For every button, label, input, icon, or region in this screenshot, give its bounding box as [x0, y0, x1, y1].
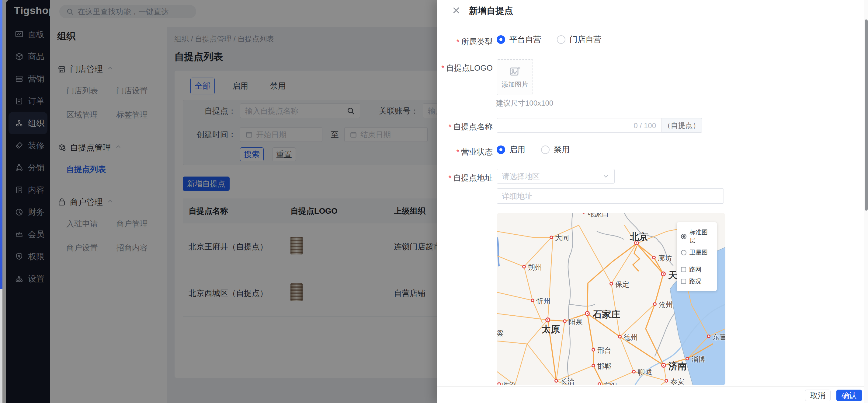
detail-address-input[interactable]: 详细地址 [497, 189, 724, 204]
upload-hint: 建议尺寸100x100 [496, 98, 553, 108]
city-marker-icon [531, 298, 534, 302]
close-icon [452, 6, 461, 15]
radio-icon [557, 35, 565, 44]
checkbox-icon [681, 279, 686, 284]
drawer-scrollbar [864, 0, 868, 403]
city-marker-icon [563, 319, 567, 323]
overlay-label: 路况 [689, 277, 701, 286]
city-marker-icon [554, 379, 558, 383]
char-counter: 0 / 100 [634, 121, 656, 130]
address-label: *自提点地址 [414, 173, 493, 183]
city-marker-icon [652, 256, 656, 259]
drawer-footer: 取消 确认 [437, 386, 864, 403]
city-marker-icon [592, 348, 595, 351]
modal-mask[interactable] [2, 0, 437, 403]
checkbox-icon [681, 267, 686, 272]
overlay-label: 路网 [689, 265, 701, 274]
desktop-wallpaper [0, 0, 2, 289]
map-layer-panel: 标准图层卫星图 路网路况 [677, 222, 717, 291]
city-marker-icon [707, 335, 710, 338]
logo-label: *自提点LOGO [414, 63, 493, 74]
drawer-title: 新增自提点 [469, 5, 513, 17]
map-city-大同: 大同 [555, 233, 569, 242]
overlay-option-路网[interactable]: 路网 [680, 264, 713, 276]
map-city-安阳: 安阳 [603, 381, 617, 385]
city-marker-icon [661, 363, 666, 368]
map-city-泰安: 泰安 [670, 377, 684, 385]
map-city-邢台: 邢台 [597, 346, 611, 355]
city-marker-icon [497, 382, 501, 385]
map-city-北京: 北京 [630, 231, 648, 243]
cancel-button[interactable]: 取消 [805, 390, 831, 401]
city-marker-icon [550, 236, 553, 239]
radio-label: 禁用 [554, 144, 570, 155]
city-marker-icon [610, 282, 613, 286]
radio-type-平台自营[interactable]: 平台自营 [497, 34, 541, 45]
radio-label: 门店自营 [570, 34, 601, 45]
city-marker-icon [653, 302, 657, 306]
close-button[interactable] [451, 5, 462, 16]
layer-option-标准图层[interactable]: 标准图层 [680, 227, 713, 247]
radio-icon [681, 250, 686, 255]
map-city-梁: 梁 [497, 329, 504, 338]
map-canvas[interactable]: 张家口大同北京朔州忻州保定廊坊天津沧州石家庄阳泉太原梁德州东营邢台淄博邯郸济南聊… [497, 213, 725, 385]
status-radio-group: 启用禁用 [497, 144, 585, 155]
map-city-德州: 德州 [624, 333, 638, 342]
city-marker-icon [632, 370, 636, 373]
radio-label: 启用 [509, 144, 525, 155]
radio-icon [497, 35, 505, 44]
city-marker-icon [592, 364, 595, 367]
city-marker-icon [618, 335, 622, 339]
map-city-阳泉: 阳泉 [569, 317, 583, 326]
name-field: 0 / 100 （自提点） [497, 118, 702, 133]
status-label: *营业状态 [414, 147, 493, 157]
map-city-长治: 长治 [560, 377, 574, 385]
chevron-down-icon [602, 173, 610, 180]
map-city-聊城: 聊城 [638, 368, 652, 377]
name-suffix-addon: （自提点） [662, 118, 702, 133]
layer-option-卫星图[interactable]: 卫星图 [680, 247, 713, 258]
city-marker-icon [664, 379, 668, 383]
type-label: *所属类型 [414, 36, 493, 47]
map-city-临汾: 临汾 [502, 380, 516, 385]
city-marker-icon [661, 271, 666, 277]
overlay-option-路况[interactable]: 路况 [680, 276, 713, 287]
type-radio-group: 平台自营门店自营 [497, 34, 617, 45]
map-city-廊坊: 廊坊 [658, 254, 672, 263]
map-city-忻州: 忻州 [536, 296, 551, 306]
upload-text: 添加图片 [501, 80, 528, 89]
add-image-icon [509, 65, 521, 78]
city-marker-icon [522, 265, 526, 268]
name-label: *自提点名称 [414, 121, 493, 132]
map-city-张家口: 张家口 [588, 213, 609, 219]
confirm-button[interactable]: 确认 [836, 390, 862, 401]
map-city-淄博: 淄博 [691, 354, 705, 364]
name-input[interactable]: 0 / 100 [497, 118, 662, 133]
city-marker-icon [582, 213, 585, 214]
region-select[interactable]: 请选择地区 [497, 169, 615, 183]
map-city-邯郸: 邯郸 [597, 362, 611, 371]
layer-label: 卫星图 [689, 248, 708, 257]
city-marker-icon [598, 382, 601, 385]
map-city-济南: 济南 [669, 360, 687, 373]
map-city-朔州: 朔州 [528, 263, 542, 272]
radio-icon [497, 145, 505, 154]
city-marker-icon [545, 317, 550, 322]
desktop-sliver [0, 0, 2, 403]
radio-status-启用[interactable]: 启用 [497, 144, 525, 155]
map-city-沧州: 沧州 [659, 300, 673, 310]
drawer-header: 新增自提点 [437, 0, 868, 22]
radio-icon [681, 234, 686, 239]
map-city-保定: 保定 [615, 280, 629, 289]
map-city-石家庄: 石家庄 [593, 308, 620, 321]
map-city-东营: 东营 [713, 333, 725, 342]
radio-icon [541, 145, 550, 154]
logo-upload-button[interactable]: 添加图片 [497, 59, 533, 95]
radio-label: 平台自营 [509, 34, 541, 45]
radio-type-门店自营[interactable]: 门店自营 [557, 34, 601, 45]
scrollbar-thumb[interactable] [865, 20, 868, 211]
radio-status-禁用[interactable]: 禁用 [541, 144, 570, 155]
add-pickup-drawer: 新增自提点 *所属类型 平台自营门店自营 *自提点LOGO 添加图片 建议尺寸1… [437, 0, 868, 403]
city-marker-icon [585, 311, 590, 316]
map-city-太原: 太原 [542, 323, 560, 336]
